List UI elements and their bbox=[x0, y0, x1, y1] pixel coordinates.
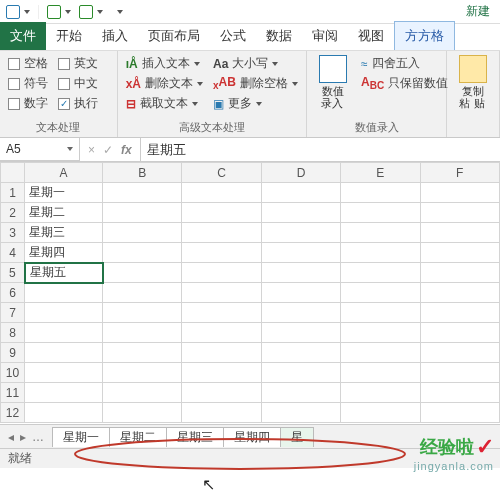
cell[interactable] bbox=[25, 303, 103, 323]
col-header[interactable]: E bbox=[341, 163, 420, 183]
row-header[interactable]: 8 bbox=[1, 323, 25, 343]
cell[interactable] bbox=[182, 383, 261, 403]
cell[interactable] bbox=[420, 323, 499, 343]
btn-keep-number[interactable]: ABC只保留数值 bbox=[361, 75, 448, 92]
btn-remove-space[interactable]: xAB删除空格 bbox=[213, 75, 298, 92]
cell[interactable] bbox=[261, 183, 340, 203]
cell[interactable] bbox=[261, 323, 340, 343]
sheet-tab[interactable]: 星 bbox=[280, 427, 314, 447]
cell[interactable] bbox=[261, 263, 340, 283]
cell[interactable] bbox=[341, 343, 420, 363]
cell[interactable] bbox=[261, 243, 340, 263]
cell[interactable] bbox=[103, 303, 182, 323]
row-header[interactable]: 1 bbox=[1, 183, 25, 203]
row-header[interactable]: 4 bbox=[1, 243, 25, 263]
sheet-tab[interactable]: 星期二 bbox=[109, 427, 167, 447]
sheet-tab[interactable]: 星期四 bbox=[223, 427, 281, 447]
undo-icon[interactable] bbox=[47, 5, 61, 19]
name-box[interactable]: A5 bbox=[0, 138, 80, 161]
row-header[interactable]: 12 bbox=[1, 403, 25, 423]
cell[interactable] bbox=[182, 403, 261, 423]
cell[interactable] bbox=[25, 283, 103, 303]
cell[interactable] bbox=[103, 223, 182, 243]
col-header[interactable]: C bbox=[182, 163, 261, 183]
tab-ffcell[interactable]: 方方格 bbox=[394, 21, 455, 50]
row-header[interactable]: 9 bbox=[1, 343, 25, 363]
cell[interactable] bbox=[182, 263, 261, 283]
cell[interactable] bbox=[420, 183, 499, 203]
cell[interactable] bbox=[420, 243, 499, 263]
chk-chinese[interactable]: 中文 bbox=[58, 75, 104, 92]
cell[interactable] bbox=[341, 363, 420, 383]
tab-insert[interactable]: 插入 bbox=[92, 22, 138, 50]
cancel-icon[interactable]: × bbox=[88, 143, 95, 157]
tab-pagelayout[interactable]: 页面布局 bbox=[138, 22, 210, 50]
cell[interactable] bbox=[182, 323, 261, 343]
cell[interactable] bbox=[420, 263, 499, 283]
cell[interactable] bbox=[261, 303, 340, 323]
btn-trim-text[interactable]: ⊟截取文本 bbox=[126, 95, 203, 112]
cell[interactable] bbox=[341, 283, 420, 303]
cell[interactable] bbox=[182, 183, 261, 203]
btn-more[interactable]: ▣更多 bbox=[213, 95, 298, 112]
cell[interactable] bbox=[182, 223, 261, 243]
cell[interactable] bbox=[341, 323, 420, 343]
cell[interactable] bbox=[103, 243, 182, 263]
tab-file[interactable]: 文件 bbox=[0, 22, 46, 50]
cell[interactable] bbox=[182, 243, 261, 263]
cell[interactable] bbox=[420, 403, 499, 423]
cell[interactable] bbox=[182, 303, 261, 323]
cell[interactable] bbox=[341, 303, 420, 323]
cell[interactable] bbox=[261, 223, 340, 243]
btn-insert-text[interactable]: ıÅ插入文本 bbox=[126, 55, 203, 72]
tab-data[interactable]: 数据 bbox=[256, 22, 302, 50]
col-header[interactable]: D bbox=[261, 163, 340, 183]
enter-icon[interactable]: ✓ bbox=[103, 143, 113, 157]
cell[interactable] bbox=[420, 223, 499, 243]
cell[interactable] bbox=[261, 203, 340, 223]
cell[interactable] bbox=[25, 363, 103, 383]
sheet-nav[interactable]: ◂▸… bbox=[0, 430, 52, 444]
sheet-tab[interactable]: 星期三 bbox=[166, 427, 224, 447]
cell[interactable] bbox=[25, 343, 103, 363]
redo-icon[interactable] bbox=[79, 5, 93, 19]
cell[interactable] bbox=[182, 203, 261, 223]
cell[interactable] bbox=[261, 283, 340, 303]
cell[interactable] bbox=[341, 183, 420, 203]
btn-delete-text[interactable]: xÅ删除文本 bbox=[126, 75, 203, 92]
cell[interactable] bbox=[103, 363, 182, 383]
cell[interactable]: 星期二 bbox=[25, 203, 103, 223]
qat-dd-1[interactable] bbox=[24, 10, 30, 14]
btn-number-entry[interactable]: 数值 录入 bbox=[315, 55, 351, 109]
cell[interactable] bbox=[341, 263, 420, 283]
cell[interactable] bbox=[420, 343, 499, 363]
tab-review[interactable]: 审阅 bbox=[302, 22, 348, 50]
cell[interactable] bbox=[420, 383, 499, 403]
cell[interactable]: 星期五 bbox=[25, 263, 103, 283]
cell[interactable] bbox=[182, 283, 261, 303]
cell[interactable] bbox=[341, 243, 420, 263]
cell[interactable] bbox=[341, 383, 420, 403]
cell[interactable] bbox=[103, 343, 182, 363]
qat-customize[interactable] bbox=[117, 10, 123, 14]
worksheet[interactable]: ABCDEF 1星期一2星期二3星期三4星期四5星期五6789101112 bbox=[0, 162, 500, 424]
row-header[interactable]: 2 bbox=[1, 203, 25, 223]
col-header[interactable]: B bbox=[103, 163, 182, 183]
col-header[interactable]: A bbox=[25, 163, 103, 183]
tab-home[interactable]: 开始 bbox=[46, 22, 92, 50]
cell[interactable] bbox=[103, 383, 182, 403]
row-header[interactable]: 5 bbox=[1, 263, 25, 283]
sheet-tab[interactable]: 星期一 bbox=[52, 427, 110, 447]
col-header[interactable]: F bbox=[420, 163, 499, 183]
qat-dd-2[interactable] bbox=[65, 10, 71, 14]
cell[interactable] bbox=[103, 283, 182, 303]
cell[interactable] bbox=[103, 263, 182, 283]
chk-space[interactable]: 空格 bbox=[8, 55, 48, 72]
cell[interactable] bbox=[182, 343, 261, 363]
chk-execute[interactable]: 执行 bbox=[58, 95, 104, 112]
qat-dd-3[interactable] bbox=[97, 10, 103, 14]
cell[interactable]: 星期三 bbox=[25, 223, 103, 243]
btn-round[interactable]: ≈四舍五入 bbox=[361, 55, 448, 72]
chk-symbol[interactable]: 符号 bbox=[8, 75, 48, 92]
save-icon[interactable] bbox=[6, 5, 20, 19]
